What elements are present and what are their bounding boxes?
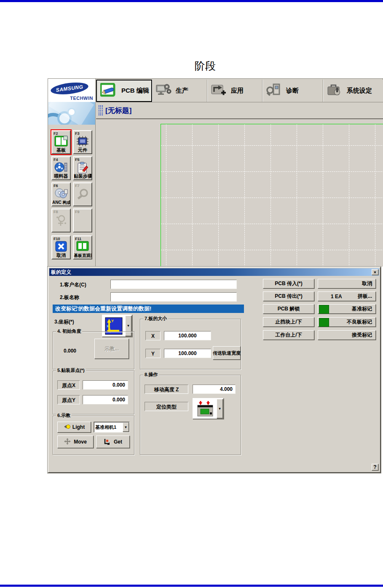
- tab-system-settings-label: 系统设定: [347, 87, 372, 95]
- pcb-unlock-button[interactable]: PCB 解锁: [263, 304, 314, 314]
- techwin-logo-text: TECHWIN: [70, 96, 93, 101]
- origin-y-input[interactable]: [83, 396, 128, 404]
- bad-mark-indicator: [319, 318, 329, 327]
- positioning-type-dropdown[interactable]: ▼: [193, 398, 224, 419]
- bad-mark-button[interactable]: 不良板标记: [318, 317, 376, 327]
- sidebar-button-f8: F8: [51, 208, 71, 233]
- origin-x-label: 原点X: [57, 380, 80, 390]
- light-button[interactable]: Light: [57, 422, 91, 433]
- coordinate-label: 3.坐标(*): [54, 318, 74, 326]
- origin-x-field-wrap: [83, 380, 128, 390]
- size-x-label: X: [145, 331, 161, 340]
- grid-line: [161, 250, 383, 250]
- fbutton-label: 贴装步骤: [74, 173, 91, 179]
- panelize-label: 拼板...: [358, 293, 372, 300]
- diagnosis-icon: [266, 83, 282, 99]
- sidebar-button-anc[interactable]: F6 ANC 构成: [51, 182, 71, 206]
- tab-application-label: 应用: [231, 87, 244, 95]
- fbutton-label: 基板直观图: [74, 253, 91, 259]
- main-window: SAMSUNG TECHWIN: [48, 78, 383, 267]
- page: 阶段 SAMSUNG TECHWIN: [0, 0, 383, 588]
- board-name-input[interactable]: [111, 293, 236, 301]
- tab-application[interactable]: 应用: [207, 80, 262, 102]
- sidebar-button-board[interactable]: F2 基板: [51, 130, 71, 154]
- teach-button: 示教...: [94, 339, 129, 359]
- cancel-x-icon: [55, 241, 67, 254]
- tab-diagnosis[interactable]: 诊断: [262, 80, 323, 102]
- chevron-down-icon[interactable]: ▼: [217, 399, 223, 418]
- move-button[interactable]: Move: [57, 436, 94, 448]
- drag-handle-icon[interactable]: [99, 105, 103, 115]
- get-button[interactable]: Get: [96, 436, 130, 448]
- cancel-button[interactable]: 取消: [318, 279, 376, 289]
- brand-panel: SAMSUNG TECHWIN: [48, 79, 96, 125]
- origin-y-field-wrap: [83, 395, 128, 404]
- fkey-label: F5: [75, 158, 80, 162]
- pcb-in-button[interactable]: PCB 传入(*): [263, 279, 314, 289]
- close-icon[interactable]: ×: [372, 269, 378, 275]
- size-y-label: Y: [145, 349, 161, 358]
- samsung-logo: SAMSUNG: [50, 81, 89, 96]
- sidebar-button-mount-steps[interactable]: F5 贴装步骤: [73, 156, 92, 180]
- fkey-label: F8: [54, 210, 58, 214]
- sidebar-button-f7: F7: [73, 182, 92, 206]
- svg-text:Y: Y: [111, 319, 114, 323]
- fkey-label: F4: [54, 158, 58, 162]
- customer-name-field-wrap: [110, 280, 237, 289]
- board-size-group: 7.板的大小 X Y 传送轨道宽度: [140, 319, 241, 369]
- anc-icon: [54, 188, 68, 200]
- tab-production[interactable]: 生产: [152, 80, 207, 102]
- application-icon: [211, 83, 227, 99]
- dialog-titlebar[interactable]: 板的定义 ×: [49, 268, 379, 276]
- bad-mark-label: 不良板标记: [347, 318, 372, 326]
- pcb-view-area[interactable]: [96, 119, 383, 267]
- origin-y-label: 原点Y: [57, 395, 80, 404]
- fiducial-mark-button[interactable]: 基准标记: [318, 304, 376, 314]
- size-x-input[interactable]: [164, 331, 211, 340]
- sidebar-button-component[interactable]: F3 元件: [73, 130, 92, 154]
- tab-pcb-edit[interactable]: PCB 编辑: [96, 80, 152, 102]
- light-button-label: Light: [72, 424, 85, 430]
- crosshair-icon: [55, 214, 67, 228]
- sidebar-button-board-view[interactable]: F11 基板直观图: [73, 235, 92, 259]
- customer-name-label: 1.客户名(C): [60, 281, 86, 289]
- z-height-label: 移动高度 Z: [145, 385, 188, 394]
- fbutton-label: 喂料器: [52, 173, 70, 179]
- tab-production-label: 生产: [176, 87, 188, 95]
- size-y-input[interactable]: [164, 349, 211, 358]
- origin-x-input[interactable]: [83, 381, 128, 389]
- fkey-label: F6: [54, 184, 58, 188]
- page-bottom-rule: [0, 585, 383, 587]
- fkey-label: F3: [75, 131, 80, 136]
- chevron-down-icon[interactable]: ▼: [123, 422, 129, 432]
- dialog-title: 板的定义: [51, 269, 71, 276]
- size-y-field-wrap: [164, 349, 211, 358]
- page-top-rule: [0, 0, 383, 2]
- fbutton-label: 基板: [52, 147, 70, 153]
- operation-group: 8.操作 移动高度 Z 定位类型 ▼: [140, 375, 241, 455]
- rail-width-button[interactable]: 传送轨道宽度: [213, 346, 241, 360]
- brand-photo: [48, 102, 95, 125]
- table-updown-button[interactable]: 工作台上/下: [263, 330, 314, 340]
- help-button[interactable]: ?: [372, 464, 378, 470]
- panel-count: 1 EA: [331, 294, 342, 299]
- stopper-updown-button[interactable]: 止挡块上/下: [263, 317, 314, 327]
- camera-select[interactable]: 基准相机1 ▼: [94, 422, 130, 433]
- tab-pcb-edit-label: PCB 编辑: [121, 87, 149, 95]
- panelize-button[interactable]: 1 EA 拼板...: [318, 291, 376, 301]
- sidebar-button-feeder[interactable]: F4 喂料器: [51, 156, 71, 180]
- camera-select-value: 基准相机1: [95, 424, 116, 430]
- component-icon: [76, 136, 89, 148]
- tab-system-settings[interactable]: 系统设定: [323, 80, 383, 102]
- customer-name-input[interactable]: [111, 280, 236, 289]
- accept-mark-button[interactable]: 接受标记: [318, 330, 376, 340]
- fkey-label: F7: [75, 184, 80, 188]
- page-heading: 阶段: [163, 59, 247, 73]
- warning-banner: 改变标记'的数据会重新设置调整的数据!: [53, 305, 244, 313]
- z-height-input[interactable]: [193, 385, 235, 393]
- fbutton-label: ANC 构成: [52, 200, 70, 206]
- sidebar-button-cancel[interactable]: F10 取消: [51, 235, 71, 259]
- fkey-label: F2: [54, 131, 58, 136]
- pcb-board-outline: [161, 124, 383, 267]
- pcb-out-button[interactable]: PCB 传出(*): [263, 291, 314, 301]
